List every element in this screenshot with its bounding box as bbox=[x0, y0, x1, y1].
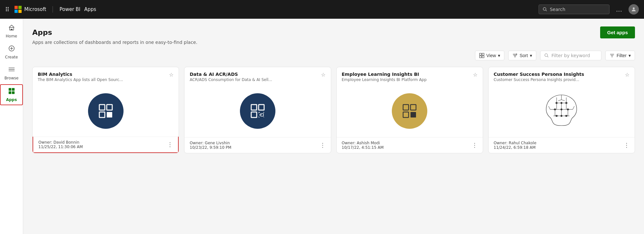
sidebar-item-create[interactable]: Create bbox=[0, 42, 23, 62]
card-image-customer bbox=[489, 85, 635, 137]
svg-line-61 bbox=[558, 100, 561, 101]
svg-rect-22 bbox=[107, 105, 112, 110]
card-more-data-ai[interactable]: ⋮ bbox=[320, 142, 326, 148]
topnav: ⠿ Microsoft Power BI Apps Search ... bbox=[0, 0, 644, 19]
card-owner-customer: Owner: Rahul Chakole bbox=[494, 141, 537, 145]
card-more-customer[interactable]: ⋮ bbox=[624, 142, 629, 148]
sidebar-browse-label: Browse bbox=[5, 76, 19, 80]
card-date-data-ai: 10/23/22, 9:59:10 PM bbox=[190, 145, 231, 150]
app-card-data-ai[interactable]: Data & AI ACR/ADS ACR/ADS Consumption fo… bbox=[184, 67, 331, 153]
card-owner-date-customer: Owner: Rahul Chakole 11/24/22, 6:59:18 A… bbox=[494, 141, 537, 150]
svg-point-30 bbox=[261, 114, 262, 115]
sort-chevron: ▾ bbox=[530, 53, 532, 58]
sort-button[interactable]: Sort ▾ bbox=[508, 51, 536, 60]
home-icon bbox=[8, 24, 15, 33]
filter-keyword-input[interactable]: Filter by keyword bbox=[540, 51, 601, 60]
card-more-employee[interactable]: ⋮ bbox=[472, 142, 478, 148]
get-apps-button[interactable]: Get apps bbox=[600, 26, 635, 38]
svg-rect-32 bbox=[411, 105, 416, 110]
browse-icon bbox=[8, 66, 15, 75]
sidebar-create-label: Create bbox=[5, 55, 18, 59]
svg-rect-24 bbox=[107, 112, 112, 117]
svg-point-58 bbox=[566, 115, 567, 117]
svg-line-60 bbox=[573, 106, 574, 109]
svg-rect-26 bbox=[259, 105, 264, 110]
content-header: Apps Get apps bbox=[32, 26, 635, 38]
view-chevron: ▾ bbox=[498, 53, 500, 58]
filter-chevron: ▾ bbox=[629, 53, 631, 58]
search-box[interactable]: Search bbox=[539, 5, 609, 14]
svg-point-16 bbox=[545, 54, 548, 56]
nav-divider bbox=[53, 6, 53, 13]
svg-line-1 bbox=[546, 10, 547, 11]
svg-rect-33 bbox=[403, 112, 409, 117]
more-options-button[interactable]: ... bbox=[613, 4, 625, 15]
svg-rect-15 bbox=[482, 56, 484, 58]
sidebar-item-apps[interactable]: Apps bbox=[0, 84, 23, 105]
card-header-bim: BIM Analytics The BIM Analytics App list… bbox=[33, 67, 179, 85]
circuit-brain-icon bbox=[540, 92, 582, 130]
employee-grid-icon bbox=[401, 103, 418, 119]
svg-rect-9 bbox=[12, 88, 14, 91]
sidebar-item-browse[interactable]: Browse bbox=[0, 63, 23, 83]
view-button[interactable]: View ▾ bbox=[475, 51, 504, 60]
svg-rect-11 bbox=[12, 91, 14, 94]
card-image-data-ai bbox=[184, 85, 331, 137]
svg-rect-4 bbox=[11, 29, 13, 30]
view-label: View bbox=[486, 53, 496, 58]
card-star-data-ai[interactable]: ☆ bbox=[321, 72, 325, 78]
card-date-customer: 11/24/22, 6:59:18 AM bbox=[494, 145, 537, 150]
card-title-bim: BIM Analytics bbox=[38, 72, 123, 77]
page-title: Apps bbox=[32, 28, 52, 36]
svg-rect-8 bbox=[8, 88, 11, 91]
card-owner-employee: Owner: Ashish Modi bbox=[342, 141, 384, 145]
card-header-data-ai: Data & AI ACR/ADS ACR/ADS Consumption fo… bbox=[184, 67, 331, 85]
toolbar: View ▾ Sort ▾ Filter by keyword bbox=[32, 51, 635, 60]
card-owner-date-bim: Owner: David Bonnin 11/25/22, 11:30:06 A… bbox=[38, 140, 83, 149]
card-title-data-ai: Data & AI ACR/ADS bbox=[190, 72, 272, 77]
card-desc-customer: Customer Success Persona Insights provid… bbox=[494, 77, 584, 83]
svg-point-54 bbox=[561, 109, 562, 110]
search-placeholder: Search bbox=[550, 7, 565, 12]
main-layout: Home Create Browse Apps bbox=[0, 19, 644, 234]
user-avatar[interactable] bbox=[629, 4, 639, 15]
card-desc-bim: The BIM Analytics App lists all Open Sou… bbox=[38, 77, 123, 83]
card-star-customer[interactable]: ☆ bbox=[625, 72, 629, 78]
svg-rect-10 bbox=[8, 91, 11, 94]
app-card-employee[interactable]: Employee Learning Insights BI Employee L… bbox=[336, 67, 483, 153]
svg-rect-13 bbox=[482, 53, 484, 55]
svg-rect-21 bbox=[99, 105, 105, 110]
sidebar: Home Create Browse Apps bbox=[0, 19, 23, 234]
card-star-employee[interactable]: ☆ bbox=[473, 72, 477, 78]
svg-line-17 bbox=[547, 56, 548, 57]
bim-icon-circle bbox=[88, 93, 124, 129]
sidebar-item-home[interactable]: Home bbox=[0, 21, 23, 41]
apps-icon bbox=[8, 87, 15, 96]
card-desc-data-ai: ACR/ADS Consumption for Data & AI Sell..… bbox=[190, 77, 272, 83]
card-header-employee: Employee Learning Insights BI Employee L… bbox=[337, 67, 483, 85]
svg-point-2 bbox=[633, 7, 635, 9]
filter-button[interactable]: Filter ▾ bbox=[605, 51, 635, 60]
card-owner-bim: Owner: David Bonnin bbox=[38, 140, 83, 145]
brand-label: Microsoft bbox=[24, 6, 46, 12]
svg-point-52 bbox=[566, 102, 567, 104]
card-star-bim[interactable]: ☆ bbox=[169, 72, 173, 78]
card-owner-date-employee: Owner: Ashish Modi 10/17/22, 4:51:15 AM bbox=[342, 141, 384, 150]
card-footer-bim: Owner: David Bonnin 11/25/22, 11:30:06 A… bbox=[33, 137, 179, 153]
app-card-bim[interactable]: BIM Analytics The BIM Analytics App list… bbox=[32, 67, 179, 153]
svg-rect-14 bbox=[480, 56, 481, 58]
svg-line-62 bbox=[561, 100, 565, 101]
grid-menu-icon[interactable]: ⠿ bbox=[5, 6, 9, 13]
card-title-customer: Customer Success Persona Insights bbox=[494, 72, 584, 77]
card-more-bim[interactable]: ⋮ bbox=[167, 141, 173, 148]
filter-label: Filter bbox=[617, 53, 627, 58]
data-ai-grid-icon bbox=[249, 103, 266, 119]
app-card-customer[interactable]: Customer Success Persona Insights Custom… bbox=[488, 67, 635, 153]
appname-label: Apps bbox=[84, 6, 96, 12]
search-icon bbox=[543, 7, 547, 12]
data-ai-icon-circle bbox=[240, 93, 275, 129]
card-footer-data-ai: Owner: Gene Livshin 10/23/22, 9:59:10 PM… bbox=[184, 137, 331, 153]
microsoft-logo: Microsoft bbox=[15, 6, 46, 13]
card-footer-employee: Owner: Ashish Modi 10/17/22, 4:51:15 AM … bbox=[337, 137, 483, 153]
svg-point-53 bbox=[554, 109, 556, 110]
